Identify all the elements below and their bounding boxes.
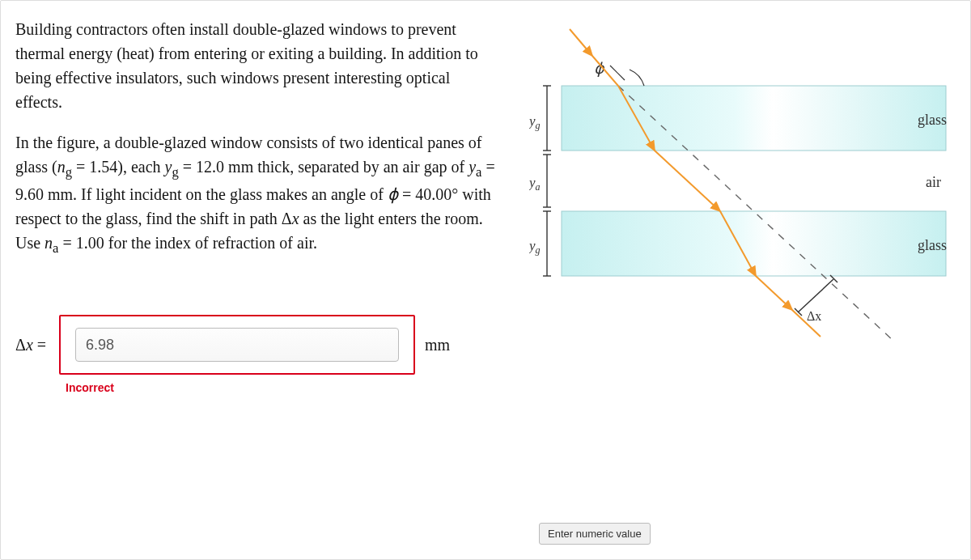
dx-label: Δx: [807, 309, 821, 323]
glass-pane-bottom: [562, 211, 946, 276]
diagram-column: glass air glass yg ya y: [501, 17, 956, 543]
problem-paragraph-2: In the figure, a double-glazed window co…: [15, 130, 501, 258]
svg-line-12: [655, 151, 720, 211]
light-ray: [570, 29, 820, 337]
answer-unit: mm: [425, 336, 450, 354]
answer-input[interactable]: [75, 328, 399, 362]
na-val: = 1.00 for the index of refraction of ai…: [59, 234, 318, 252]
ya-sub: a: [476, 164, 481, 180]
bracket-yg-bottom: [543, 211, 551, 276]
na-symbol: n: [45, 234, 53, 252]
label-glass-bottom: glass: [918, 237, 947, 253]
problem-column: Building contractors often install doubl…: [15, 17, 501, 543]
yg-val: = 12.0 mm thick, separated by an air gap…: [179, 158, 469, 176]
yg-sub: g: [172, 164, 178, 180]
label-air: air: [926, 174, 941, 190]
bracket-ya: [543, 155, 551, 207]
glass-pane-top: [562, 86, 946, 151]
answer-delta: Δ: [15, 336, 26, 354]
label-glass-top: glass: [918, 112, 947, 128]
phi-symbol: ϕ: [388, 185, 398, 203]
answer-label: Δx =: [15, 336, 46, 354]
problem-paragraph-1: Building contractors often install doubl…: [15, 17, 501, 114]
yg-top-label: yg: [529, 113, 541, 131]
ya-symbol: y: [469, 158, 476, 176]
ng-symbol: n: [57, 158, 66, 176]
optics-diagram: glass air glass yg ya y: [529, 25, 958, 365]
dx-var: x: [292, 210, 299, 227]
enter-numeric-tooltip: Enter numeric value: [539, 523, 651, 545]
answer-block: Δx = Incorrect mm: [15, 315, 501, 375]
answer-frame: Incorrect: [59, 315, 415, 375]
bracket-yg-top: [543, 86, 551, 151]
svg-line-16: [798, 279, 833, 312]
ng-sub: g: [66, 164, 72, 180]
feedback-text: Incorrect: [66, 381, 114, 394]
answer-eq: =: [33, 336, 46, 354]
yg-bottom-label: yg: [529, 238, 541, 256]
svg-line-14: [756, 276, 792, 310]
ng-val: = 1.54), each: [72, 158, 165, 176]
phi-arc: [630, 70, 644, 86]
na-sub: a: [53, 240, 58, 256]
ya-label: ya: [529, 175, 541, 193]
answer-var: x: [26, 336, 33, 354]
question-container: Building contractors often install doubl…: [0, 0, 971, 560]
svg-line-9: [570, 29, 592, 56]
